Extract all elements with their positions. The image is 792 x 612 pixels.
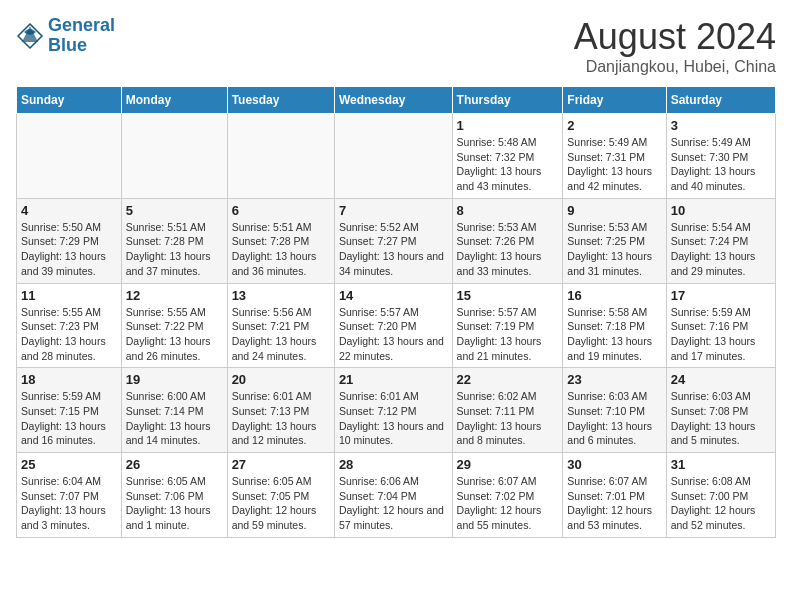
- cell-date-number: 18: [21, 372, 117, 387]
- cell-info: Sunrise: 6:01 AMSunset: 7:13 PMDaylight:…: [232, 389, 330, 448]
- calendar-cell: 20Sunrise: 6:01 AMSunset: 7:13 PMDayligh…: [227, 368, 334, 453]
- cell-info: Sunrise: 5:51 AMSunset: 7:28 PMDaylight:…: [232, 220, 330, 279]
- weekday-header: Wednesday: [334, 87, 452, 114]
- cell-date-number: 5: [126, 203, 223, 218]
- cell-info: Sunrise: 5:57 AMSunset: 7:20 PMDaylight:…: [339, 305, 448, 364]
- calendar-cell: 12Sunrise: 5:55 AMSunset: 7:22 PMDayligh…: [121, 283, 227, 368]
- calendar-cell: 29Sunrise: 6:07 AMSunset: 7:02 PMDayligh…: [452, 453, 563, 538]
- cell-info: Sunrise: 6:00 AMSunset: 7:14 PMDaylight:…: [126, 389, 223, 448]
- calendar-cell: [121, 114, 227, 199]
- cell-date-number: 11: [21, 288, 117, 303]
- calendar-table: SundayMondayTuesdayWednesdayThursdayFrid…: [16, 86, 776, 538]
- calendar-cell: 28Sunrise: 6:06 AMSunset: 7:04 PMDayligh…: [334, 453, 452, 538]
- cell-date-number: 7: [339, 203, 448, 218]
- calendar-week-row: 11Sunrise: 5:55 AMSunset: 7:23 PMDayligh…: [17, 283, 776, 368]
- calendar-week-row: 25Sunrise: 6:04 AMSunset: 7:07 PMDayligh…: [17, 453, 776, 538]
- weekday-header: Tuesday: [227, 87, 334, 114]
- cell-date-number: 19: [126, 372, 223, 387]
- cell-date-number: 21: [339, 372, 448, 387]
- cell-date-number: 9: [567, 203, 661, 218]
- calendar-cell: 19Sunrise: 6:00 AMSunset: 7:14 PMDayligh…: [121, 368, 227, 453]
- cell-date-number: 1: [457, 118, 559, 133]
- calendar-cell: 14Sunrise: 5:57 AMSunset: 7:20 PMDayligh…: [334, 283, 452, 368]
- calendar-cell: 8Sunrise: 5:53 AMSunset: 7:26 PMDaylight…: [452, 198, 563, 283]
- cell-info: Sunrise: 6:01 AMSunset: 7:12 PMDaylight:…: [339, 389, 448, 448]
- calendar-cell: [227, 114, 334, 199]
- cell-info: Sunrise: 5:52 AMSunset: 7:27 PMDaylight:…: [339, 220, 448, 279]
- calendar-cell: 2Sunrise: 5:49 AMSunset: 7:31 PMDaylight…: [563, 114, 666, 199]
- cell-date-number: 2: [567, 118, 661, 133]
- calendar-cell: 21Sunrise: 6:01 AMSunset: 7:12 PMDayligh…: [334, 368, 452, 453]
- calendar-cell: 24Sunrise: 6:03 AMSunset: 7:08 PMDayligh…: [666, 368, 775, 453]
- cell-date-number: 27: [232, 457, 330, 472]
- cell-date-number: 25: [21, 457, 117, 472]
- calendar-cell: 23Sunrise: 6:03 AMSunset: 7:10 PMDayligh…: [563, 368, 666, 453]
- calendar-cell: 7Sunrise: 5:52 AMSunset: 7:27 PMDaylight…: [334, 198, 452, 283]
- cell-info: Sunrise: 6:07 AMSunset: 7:01 PMDaylight:…: [567, 474, 661, 533]
- cell-info: Sunrise: 5:49 AMSunset: 7:31 PMDaylight:…: [567, 135, 661, 194]
- cell-info: Sunrise: 6:06 AMSunset: 7:04 PMDaylight:…: [339, 474, 448, 533]
- cell-date-number: 26: [126, 457, 223, 472]
- cell-info: Sunrise: 5:57 AMSunset: 7:19 PMDaylight:…: [457, 305, 559, 364]
- main-title: August 2024: [574, 16, 776, 58]
- cell-date-number: 15: [457, 288, 559, 303]
- calendar-cell: 4Sunrise: 5:50 AMSunset: 7:29 PMDaylight…: [17, 198, 122, 283]
- calendar-cell: 13Sunrise: 5:56 AMSunset: 7:21 PMDayligh…: [227, 283, 334, 368]
- cell-date-number: 4: [21, 203, 117, 218]
- weekday-header: Monday: [121, 87, 227, 114]
- calendar-cell: 18Sunrise: 5:59 AMSunset: 7:15 PMDayligh…: [17, 368, 122, 453]
- calendar-cell: 11Sunrise: 5:55 AMSunset: 7:23 PMDayligh…: [17, 283, 122, 368]
- cell-info: Sunrise: 5:55 AMSunset: 7:22 PMDaylight:…: [126, 305, 223, 364]
- logo-icon: [16, 22, 44, 50]
- calendar-cell: [334, 114, 452, 199]
- weekday-header: Thursday: [452, 87, 563, 114]
- calendar-cell: [17, 114, 122, 199]
- calendar-week-row: 4Sunrise: 5:50 AMSunset: 7:29 PMDaylight…: [17, 198, 776, 283]
- calendar-cell: 30Sunrise: 6:07 AMSunset: 7:01 PMDayligh…: [563, 453, 666, 538]
- cell-info: Sunrise: 5:59 AMSunset: 7:16 PMDaylight:…: [671, 305, 771, 364]
- calendar-cell: 16Sunrise: 5:58 AMSunset: 7:18 PMDayligh…: [563, 283, 666, 368]
- calendar-cell: 6Sunrise: 5:51 AMSunset: 7:28 PMDaylight…: [227, 198, 334, 283]
- cell-date-number: 10: [671, 203, 771, 218]
- cell-info: Sunrise: 6:05 AMSunset: 7:05 PMDaylight:…: [232, 474, 330, 533]
- cell-date-number: 30: [567, 457, 661, 472]
- cell-info: Sunrise: 5:51 AMSunset: 7:28 PMDaylight:…: [126, 220, 223, 279]
- cell-date-number: 8: [457, 203, 559, 218]
- calendar-cell: 10Sunrise: 5:54 AMSunset: 7:24 PMDayligh…: [666, 198, 775, 283]
- cell-date-number: 28: [339, 457, 448, 472]
- subtitle: Danjiangkou, Hubei, China: [574, 58, 776, 76]
- cell-info: Sunrise: 5:54 AMSunset: 7:24 PMDaylight:…: [671, 220, 771, 279]
- calendar-cell: 31Sunrise: 6:08 AMSunset: 7:00 PMDayligh…: [666, 453, 775, 538]
- calendar-cell: 9Sunrise: 5:53 AMSunset: 7:25 PMDaylight…: [563, 198, 666, 283]
- cell-info: Sunrise: 5:53 AMSunset: 7:26 PMDaylight:…: [457, 220, 559, 279]
- cell-info: Sunrise: 5:49 AMSunset: 7:30 PMDaylight:…: [671, 135, 771, 194]
- cell-info: Sunrise: 6:02 AMSunset: 7:11 PMDaylight:…: [457, 389, 559, 448]
- cell-date-number: 14: [339, 288, 448, 303]
- cell-info: Sunrise: 5:53 AMSunset: 7:25 PMDaylight:…: [567, 220, 661, 279]
- cell-info: Sunrise: 5:48 AMSunset: 7:32 PMDaylight:…: [457, 135, 559, 194]
- cell-date-number: 3: [671, 118, 771, 133]
- page-header: GeneralBlue August 2024 Danjiangkou, Hub…: [16, 16, 776, 76]
- cell-date-number: 20: [232, 372, 330, 387]
- calendar-week-row: 18Sunrise: 5:59 AMSunset: 7:15 PMDayligh…: [17, 368, 776, 453]
- cell-info: Sunrise: 6:03 AMSunset: 7:08 PMDaylight:…: [671, 389, 771, 448]
- cell-info: Sunrise: 5:55 AMSunset: 7:23 PMDaylight:…: [21, 305, 117, 364]
- cell-info: Sunrise: 5:59 AMSunset: 7:15 PMDaylight:…: [21, 389, 117, 448]
- cell-info: Sunrise: 5:58 AMSunset: 7:18 PMDaylight:…: [567, 305, 661, 364]
- cell-info: Sunrise: 6:07 AMSunset: 7:02 PMDaylight:…: [457, 474, 559, 533]
- cell-date-number: 31: [671, 457, 771, 472]
- calendar-cell: 1Sunrise: 5:48 AMSunset: 7:32 PMDaylight…: [452, 114, 563, 199]
- cell-info: Sunrise: 6:04 AMSunset: 7:07 PMDaylight:…: [21, 474, 117, 533]
- logo: GeneralBlue: [16, 16, 115, 56]
- calendar-cell: 27Sunrise: 6:05 AMSunset: 7:05 PMDayligh…: [227, 453, 334, 538]
- cell-info: Sunrise: 5:56 AMSunset: 7:21 PMDaylight:…: [232, 305, 330, 364]
- calendar-week-row: 1Sunrise: 5:48 AMSunset: 7:32 PMDaylight…: [17, 114, 776, 199]
- cell-date-number: 24: [671, 372, 771, 387]
- logo-text: GeneralBlue: [48, 16, 115, 56]
- weekday-header-row: SundayMondayTuesdayWednesdayThursdayFrid…: [17, 87, 776, 114]
- cell-date-number: 16: [567, 288, 661, 303]
- cell-info: Sunrise: 6:08 AMSunset: 7:00 PMDaylight:…: [671, 474, 771, 533]
- calendar-cell: 22Sunrise: 6:02 AMSunset: 7:11 PMDayligh…: [452, 368, 563, 453]
- cell-date-number: 12: [126, 288, 223, 303]
- cell-info: Sunrise: 6:05 AMSunset: 7:06 PMDaylight:…: [126, 474, 223, 533]
